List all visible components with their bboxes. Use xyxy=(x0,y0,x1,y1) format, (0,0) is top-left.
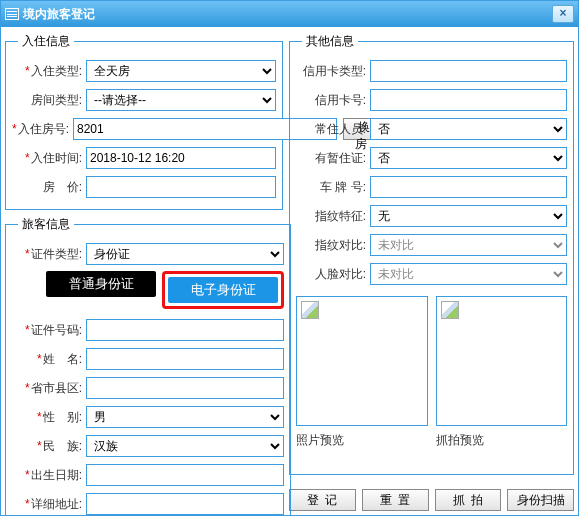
room-price-input[interactable] xyxy=(86,176,276,198)
photo-area xyxy=(296,296,567,426)
left-column: 入住信息 入住类型: 全天房 房间类型: --请选择-- 入住房号: 换房 入住… xyxy=(5,33,283,511)
idno-label: 证件号码: xyxy=(12,322,86,339)
other-legend: 其他信息 xyxy=(302,33,358,50)
tempcert-label: 有暂住证: xyxy=(296,150,370,167)
register-button[interactable]: 登记 xyxy=(289,489,356,511)
idscan-button[interactable]: 身份扫描 xyxy=(507,489,574,511)
titlebar: 境内旅客登记 × xyxy=(1,1,578,27)
fpcompare-select[interactable]: 未对比 xyxy=(370,234,567,256)
capture-preview-label: 抓拍预览 xyxy=(436,432,568,449)
checkin-time-label: 入住时间: xyxy=(12,150,86,167)
idtype-label: 证件类型: xyxy=(12,246,86,263)
region-input[interactable] xyxy=(86,377,284,399)
facecompare-select[interactable]: 未对比 xyxy=(370,263,567,285)
ethnic-label: 民 族: xyxy=(12,438,86,455)
cardtype-label: 信用卡类型: xyxy=(296,63,370,80)
resident-label: 常住人员: xyxy=(296,121,370,138)
close-button[interactable]: × xyxy=(552,5,574,23)
room-type-select[interactable]: --请选择-- xyxy=(86,89,276,111)
idno-input[interactable] xyxy=(86,319,284,341)
capture-preview-box xyxy=(436,296,568,426)
checkin-type-label: 入住类型: xyxy=(12,63,86,80)
room-type-label: 房间类型: xyxy=(12,92,86,109)
idtype-select[interactable]: 身份证 xyxy=(86,243,284,265)
id-mode-tabs: 普通身份证 电子身份证 xyxy=(46,271,284,309)
plate-input[interactable] xyxy=(370,176,567,198)
birth-input[interactable] xyxy=(86,464,284,486)
dialog-body: 入住信息 入住类型: 全天房 房间类型: --请选择-- 入住房号: 换房 入住… xyxy=(1,27,578,515)
photo-preview-label: 照片预览 xyxy=(296,432,428,449)
guest-legend: 旅客信息 xyxy=(18,216,74,233)
window-icon xyxy=(5,8,19,20)
fpcompare-label: 指纹对比: xyxy=(296,237,370,254)
tab-electronic-id[interactable]: 电子身份证 xyxy=(168,277,278,303)
right-column: 其他信息 信用卡类型: 信用卡号: 常住人员: 否 有暂住证: 否 xyxy=(289,33,574,511)
fingerprint-label: 指纹特征: xyxy=(296,208,370,225)
checkin-type-select[interactable]: 全天房 xyxy=(86,60,276,82)
gender-label: 性 别: xyxy=(12,409,86,426)
addr-label: 详细地址: xyxy=(12,496,86,513)
addr-input[interactable] xyxy=(86,493,284,515)
plate-label: 车 牌 号: xyxy=(296,179,370,196)
resident-select[interactable]: 否 xyxy=(370,118,567,140)
other-fieldset: 其他信息 信用卡类型: 信用卡号: 常住人员: 否 有暂住证: 否 xyxy=(289,33,574,475)
cardtype-input[interactable] xyxy=(370,60,567,82)
tab-eid-highlight: 电子身份证 xyxy=(162,271,284,309)
guest-fieldset: 旅客信息 证件类型: 身份证 普通身份证 电子身份证 证件号码: 姓 名: xyxy=(5,216,291,516)
photo-preview-box xyxy=(296,296,428,426)
tab-normal-id[interactable]: 普通身份证 xyxy=(46,271,156,297)
region-label: 省市县区: xyxy=(12,380,86,397)
checkin-time-input[interactable] xyxy=(86,147,276,169)
reset-button[interactable]: 重置 xyxy=(362,489,429,511)
room-no-label: 入住房号: xyxy=(12,121,73,138)
image-icon xyxy=(301,301,319,319)
ethnic-select[interactable]: 汉族 xyxy=(86,435,284,457)
cardno-label: 信用卡号: xyxy=(296,92,370,109)
fingerprint-select[interactable]: 无 xyxy=(370,205,567,227)
dialog-window: 境内旅客登记 × 入住信息 入住类型: 全天房 房间类型: --请选择-- 入住… xyxy=(0,0,579,516)
name-label: 姓 名: xyxy=(12,351,86,368)
name-input[interactable] xyxy=(86,348,284,370)
capture-button[interactable]: 抓拍 xyxy=(435,489,502,511)
birth-label: 出生日期: xyxy=(12,467,86,484)
tempcert-select[interactable]: 否 xyxy=(370,147,567,169)
action-buttons: 登记 重置 抓拍 身份扫描 xyxy=(289,489,574,511)
facecompare-label: 人脸对比: xyxy=(296,266,370,283)
gender-select[interactable]: 男 xyxy=(86,406,284,428)
window-title: 境内旅客登记 xyxy=(23,6,552,23)
image-icon xyxy=(441,301,459,319)
checkin-fieldset: 入住信息 入住类型: 全天房 房间类型: --请选择-- 入住房号: 换房 入住… xyxy=(5,33,283,210)
cardno-input[interactable] xyxy=(370,89,567,111)
room-price-label: 房 价: xyxy=(12,179,86,196)
checkin-legend: 入住信息 xyxy=(18,33,74,50)
photo-labels: 照片预览 抓拍预览 xyxy=(296,432,567,449)
